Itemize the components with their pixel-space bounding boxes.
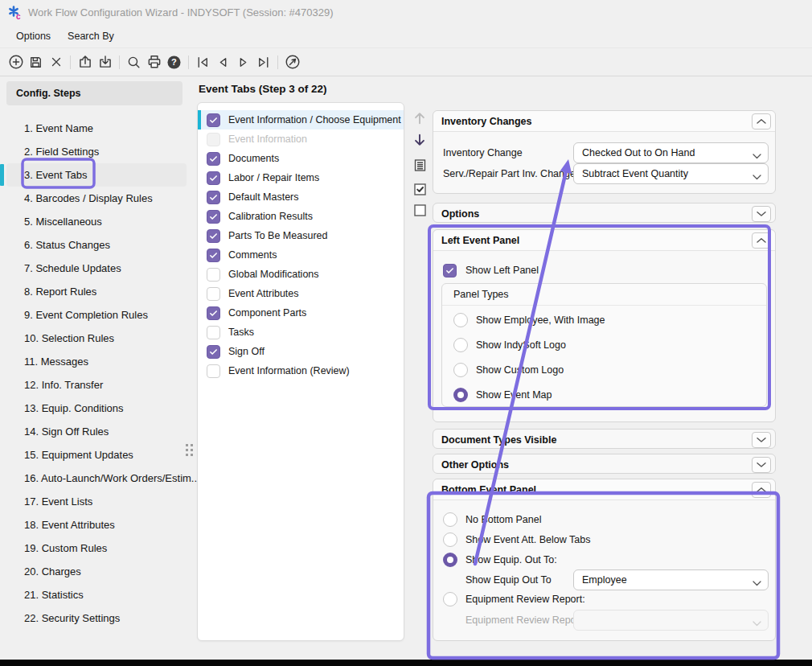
event-tab-checkbox[interactable] bbox=[207, 229, 220, 243]
collapse-icon[interactable] bbox=[752, 482, 771, 498]
sidebar-item[interactable]: 18. Event Attributes bbox=[0, 513, 197, 536]
sidebar-item[interactable]: 3. Event Tabs bbox=[6, 163, 187, 187]
event-tab-checkbox[interactable] bbox=[207, 171, 220, 185]
options-header[interactable]: Options bbox=[433, 204, 775, 224]
search-icon[interactable] bbox=[124, 52, 144, 72]
sidebar-item[interactable]: 11. Messages bbox=[0, 350, 197, 373]
sidebar-item[interactable]: 2. Field Settings bbox=[0, 140, 197, 163]
event-tab-row[interactable]: Event Information (Review) bbox=[198, 361, 404, 380]
menu-search-by[interactable]: Search By bbox=[68, 31, 114, 42]
event-tab-row[interactable]: Event Information bbox=[198, 130, 404, 149]
sidebar-item[interactable]: 21. Statistics bbox=[0, 583, 197, 606]
inventory-change-select[interactable]: Checked Out to On Hand bbox=[573, 142, 769, 163]
sidebar-item[interactable]: 4. Barcodes / Display Rules bbox=[0, 187, 197, 210]
collapse-icon[interactable] bbox=[752, 232, 771, 249]
event-tab-checkbox[interactable] bbox=[207, 364, 220, 378]
sidebar-item[interactable]: 10. Selection Rules bbox=[0, 327, 197, 350]
help-icon[interactable]: ? bbox=[164, 52, 184, 72]
event-tab-row[interactable]: Tasks bbox=[198, 323, 404, 342]
last-record-icon[interactable] bbox=[253, 52, 273, 72]
move-down-icon[interactable] bbox=[411, 131, 429, 149]
export-icon[interactable] bbox=[75, 52, 95, 72]
sidebar-item[interactable]: 12. Info. Transfer bbox=[0, 373, 197, 397]
report-icon[interactable] bbox=[411, 156, 429, 174]
previous-record-icon[interactable] bbox=[213, 52, 233, 72]
event-tab-row[interactable]: Component Parts bbox=[198, 303, 404, 323]
panel-type-option[interactable]: Show Event Map bbox=[442, 382, 766, 407]
sidebar-item[interactable]: 16. Auto-Launch/Work Orders/Estim... bbox=[0, 467, 197, 490]
panel-type-option[interactable]: Show Custom Logo bbox=[442, 357, 766, 382]
sidebar-item[interactable]: 8. Report Rules bbox=[0, 280, 197, 303]
expand-icon[interactable] bbox=[752, 432, 771, 448]
expand-icon[interactable] bbox=[752, 457, 771, 473]
event-tab-checkbox[interactable] bbox=[207, 306, 220, 320]
event-tab-row[interactable]: Global Modifications bbox=[198, 265, 404, 284]
sidebar-item[interactable]: 1. Event Name bbox=[0, 117, 197, 140]
panel-type-label: Show Employee, With Image bbox=[476, 314, 605, 326]
sidebar-item[interactable]: 17. Event Lists bbox=[0, 490, 197, 513]
inventory-changes-header[interactable]: Inventory Changes bbox=[433, 111, 775, 132]
event-tab-row[interactable]: Default Masters bbox=[198, 187, 404, 207]
event-tab-checkbox[interactable] bbox=[207, 152, 220, 166]
show-event-att-below-tabs-radio[interactable] bbox=[443, 532, 457, 547]
event-tab-checkbox[interactable] bbox=[207, 133, 220, 146]
sidebar-item[interactable]: 13. Equip. Conditions bbox=[0, 397, 197, 420]
show-equip-out-to-select[interactable]: Employee bbox=[573, 569, 769, 590]
sidebar-item[interactable]: 22. Security Settings bbox=[0, 606, 197, 630]
panel-type-radio[interactable] bbox=[453, 338, 468, 352]
equipment-review-report-radio[interactable] bbox=[443, 592, 457, 606]
uncheck-all-icon[interactable] bbox=[411, 201, 429, 219]
event-tab-checkbox[interactable] bbox=[207, 326, 220, 339]
sidebar-item[interactable]: 19. Custom Rules bbox=[0, 536, 197, 560]
menu-options[interactable]: Options bbox=[16, 31, 51, 42]
bottom-event-panel-header[interactable]: Bottom Event Panel bbox=[433, 479, 775, 500]
sidebar-item[interactable]: 14. Sign Off Rules bbox=[0, 420, 197, 443]
event-tab-checkbox[interactable] bbox=[207, 268, 220, 282]
event-tab-row[interactable]: Comments bbox=[198, 245, 404, 265]
sidebar-item[interactable]: 20. Charges bbox=[0, 560, 197, 583]
check-all-icon[interactable] bbox=[411, 180, 429, 198]
event-tab-row[interactable]: Sign Off bbox=[198, 342, 404, 361]
panel-type-radio[interactable] bbox=[453, 313, 468, 327]
event-tab-checkbox[interactable] bbox=[207, 191, 220, 204]
event-tab-row[interactable]: Event Attributes bbox=[198, 284, 404, 303]
move-up-icon[interactable] bbox=[411, 109, 429, 127]
document-types-visible-header[interactable]: Document Types Visible bbox=[433, 430, 775, 450]
event-tab-checkbox[interactable] bbox=[207, 249, 220, 262]
sidebar-item[interactable]: 6. Status Changes bbox=[0, 233, 197, 257]
expand-icon[interactable] bbox=[752, 206, 771, 222]
event-tab-row[interactable]: Labor / Repair Items bbox=[198, 168, 404, 187]
add-icon[interactable] bbox=[6, 52, 26, 72]
show-left-panel-checkbox[interactable] bbox=[443, 264, 457, 278]
panel-type-option[interactable]: Show Employee, With Image bbox=[442, 307, 766, 332]
delete-icon[interactable] bbox=[46, 52, 66, 72]
event-tab-row[interactable]: Documents bbox=[198, 149, 404, 168]
next-record-icon[interactable] bbox=[233, 52, 253, 72]
splitter-handle[interactable] bbox=[186, 444, 195, 458]
event-tab-row[interactable]: Event Information / Choose Equipment bbox=[198, 110, 404, 130]
sidebar-item[interactable]: 15. Equipment Updates bbox=[0, 443, 197, 467]
panel-type-radio[interactable] bbox=[453, 388, 468, 402]
sidebar-item[interactable]: 7. Schedule Updates bbox=[0, 257, 197, 280]
event-tab-checkbox[interactable] bbox=[207, 345, 220, 359]
event-tab-checkbox[interactable] bbox=[207, 210, 220, 224]
event-tab-row[interactable]: Calibration Results bbox=[198, 207, 404, 226]
print-icon[interactable] bbox=[144, 52, 164, 72]
left-event-panel-header[interactable]: Left Event Panel bbox=[433, 230, 775, 251]
event-tab-row[interactable]: Parts To Be Measured bbox=[198, 226, 404, 245]
sidebar-item[interactable]: 9. Event Completion Rules bbox=[0, 303, 197, 327]
panel-type-radio[interactable] bbox=[453, 363, 468, 377]
no-bottom-panel-radio[interactable] bbox=[443, 512, 457, 527]
import-icon[interactable] bbox=[95, 52, 115, 72]
serv-repair-part-inv-change-select[interactable]: Subtract Event Quantity bbox=[573, 163, 769, 184]
event-tab-checkbox[interactable] bbox=[207, 113, 220, 127]
compass-icon[interactable] bbox=[282, 52, 302, 72]
save-icon[interactable] bbox=[26, 52, 46, 72]
collapse-icon[interactable] bbox=[752, 113, 771, 130]
other-options-header[interactable]: Other Options bbox=[433, 454, 775, 475]
first-record-icon[interactable] bbox=[193, 52, 213, 72]
sidebar-item[interactable]: 5. Miscellaneous bbox=[0, 210, 197, 233]
event-tab-checkbox[interactable] bbox=[207, 287, 220, 301]
show-equip-out-to-radio[interactable] bbox=[443, 553, 457, 567]
panel-type-option[interactable]: Show IndySoft Logo bbox=[442, 332, 766, 357]
